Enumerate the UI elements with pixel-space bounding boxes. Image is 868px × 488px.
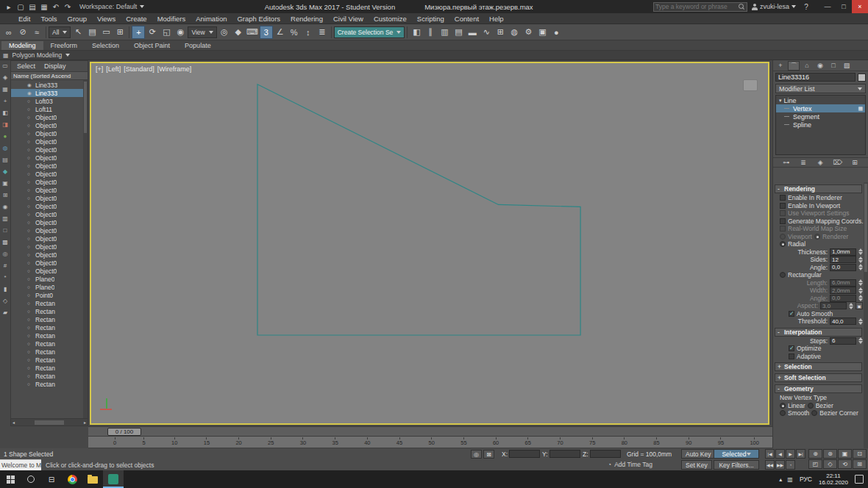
menu-item[interactable]: Animation — [191, 15, 232, 23]
scrollbar-thumb[interactable] — [35, 420, 64, 425]
left-ribbon-icon[interactable]: ◈ — [3, 74, 7, 82]
viewport-menu-standard[interactable]: [Standard] — [124, 65, 154, 73]
scene-object-row[interactable]: ○ Object0 — [11, 170, 88, 178]
menu-item[interactable]: Tools — [35, 15, 62, 23]
enable-in-viewport-checkbox[interactable] — [780, 203, 786, 209]
hierarchy-tab[interactable]: ⌂ — [801, 61, 813, 71]
new-scene-icon[interactable]: ▢ — [15, 1, 26, 12]
angle-snap-icon[interactable]: ∠ — [274, 26, 287, 39]
select-and-scale-icon[interactable]: ◱ — [160, 26, 173, 39]
stack-item-spline[interactable]: Spline — [776, 121, 865, 129]
thickness-field[interactable]: 1,0mm — [830, 248, 856, 256]
scene-object-row[interactable]: ○ Object0 — [11, 194, 88, 202]
3dsmax-taskbar-button[interactable] — [103, 470, 124, 488]
scrollbar-thumb[interactable] — [84, 82, 87, 133]
menu-item[interactable]: Scripting — [412, 15, 449, 23]
spinner-snap-icon[interactable]: ↕ — [302, 26, 315, 39]
action-center-icon[interactable] — [855, 475, 864, 484]
ribbon-tab[interactable]: Modeling — [1, 41, 43, 50]
help-search-input[interactable] — [655, 3, 738, 10]
scene-object-row[interactable]: ○ Loft11 — [11, 105, 88, 113]
toggle-layer-explorer-icon[interactable]: ▤ — [452, 26, 465, 39]
stack-item-vertex[interactable]: Vertex ▦ — [776, 104, 865, 112]
taskbar-search-button[interactable] — [21, 470, 41, 488]
maxscript-mini-listener[interactable]: Welcome to M — [0, 459, 41, 470]
radial-radio[interactable] — [780, 241, 786, 247]
menu-item[interactable]: Modifiers — [152, 15, 191, 23]
rect-selection-region-icon[interactable]: ▭ — [99, 26, 113, 39]
task-view-button[interactable]: ⊟ — [41, 470, 62, 488]
scroll-left-icon[interactable]: ◂ — [13, 420, 15, 425]
scene-object-row[interactable]: ○ Object0 — [11, 113, 88, 121]
redo-icon[interactable]: ↷ — [62, 1, 74, 12]
create-selection-set-combo[interactable]: Create Selection Se — [334, 26, 405, 38]
scene-object-row[interactable]: ○ Rectan — [11, 299, 88, 307]
optimize-checkbox[interactable] — [789, 345, 794, 351]
select-and-rotate-icon[interactable]: ⟳ — [146, 26, 159, 39]
app-menu-icon[interactable]: ▸ — [3, 1, 15, 12]
object-color-swatch[interactable] — [858, 73, 866, 82]
rectangular-radio[interactable] — [780, 272, 786, 278]
sides-field[interactable]: 12 — [830, 256, 856, 263]
left-ribbon-icon[interactable]: ▥ — [2, 215, 8, 223]
use-pivot-center-icon[interactable]: ◎ — [218, 26, 231, 39]
scene-object-row[interactable]: ○ Object0 — [11, 186, 88, 194]
toggle-ribbon-icon[interactable]: ▬ — [466, 26, 479, 39]
left-ribbon-icon[interactable]: ◆ — [3, 168, 7, 176]
key-filters-button[interactable]: Key Filters... — [714, 460, 759, 470]
utilities-tab[interactable]: ▨ — [841, 61, 853, 71]
show-end-result-icon[interactable]: ≣ — [799, 158, 808, 167]
scene-object-row[interactable]: ◉ Line333 — [11, 89, 88, 97]
bind-to-spacewarp-icon[interactable]: ≈ — [30, 26, 43, 39]
ribbon-tab[interactable]: Freeform — [43, 41, 85, 50]
scene-object-row[interactable]: ○ Loft03 — [11, 97, 88, 105]
track-bar[interactable]: 0 / 100 — [88, 426, 772, 437]
left-ribbon-icon[interactable]: ● — [4, 133, 7, 140]
left-ribbon-icon[interactable]: ▮ — [4, 286, 7, 293]
orbit-icon[interactable]: ⟲ — [838, 459, 852, 469]
left-ribbon-icon[interactable]: ◉ — [3, 204, 8, 211]
bezier-radio[interactable] — [808, 403, 814, 409]
scene-object-row[interactable]: ○ Object0 — [11, 154, 88, 162]
window-crossing-icon[interactable]: ⊞ — [113, 26, 127, 39]
explorer-vertical-scrollbar[interactable] — [83, 80, 88, 418]
keyboard-override-icon[interactable]: ⌨ — [246, 26, 259, 39]
left-ribbon-icon[interactable]: ◎ — [3, 251, 8, 258]
render-setup-icon[interactable]: ⚙ — [522, 26, 535, 39]
left-ribbon-icon[interactable]: ◇ — [3, 298, 7, 305]
rendered-frame-icon[interactable]: ▣ — [536, 26, 549, 39]
scene-object-row[interactable]: ○ Rectan — [11, 356, 88, 364]
create-tab[interactable]: + — [775, 61, 786, 71]
snap-toggle-3d-icon[interactable]: 3 — [260, 26, 273, 39]
modifier-list-dropdown[interactable]: Modifier List — [775, 84, 866, 93]
left-ribbon-icon[interactable]: * — [4, 274, 6, 281]
scene-object-row[interactable]: ○ Rectan — [11, 340, 88, 348]
scene-object-row[interactable]: ○ Plane0 — [11, 283, 88, 291]
left-ribbon-icon[interactable]: ◧ — [2, 110, 8, 117]
configure-modifier-sets-icon[interactable]: ⊞ — [850, 158, 859, 167]
menu-item[interactable]: Content — [449, 15, 484, 23]
help-menu-button[interactable]: ? — [800, 1, 812, 12]
threshold-spinner[interactable] — [858, 318, 863, 325]
scene-object-row[interactable]: ○ Object0 — [11, 202, 88, 210]
bezier-corner-radio[interactable] — [811, 410, 817, 416]
percent-snap-icon[interactable]: % — [288, 26, 301, 39]
scene-object-row[interactable]: ○ Object0 — [11, 146, 88, 154]
stack-item-line[interactable]: ▾ Line — [776, 96, 865, 104]
left-ribbon-icon[interactable]: # — [4, 262, 7, 270]
scroll-right-icon[interactable]: ▸ — [84, 420, 86, 425]
thickness-spinner[interactable] — [858, 248, 863, 255]
search-icon[interactable] — [738, 3, 745, 10]
explorer-menu-display[interactable]: Display — [44, 62, 66, 70]
explorer-menu-select[interactable]: Select — [17, 62, 35, 70]
select-object-icon[interactable]: ↖ — [71, 26, 85, 39]
scene-object-row[interactable]: ○ Object0 — [11, 129, 88, 137]
reference-coordinate-dropdown[interactable]: View — [188, 26, 216, 38]
menu-item[interactable]: Create — [121, 15, 152, 23]
set-key-button[interactable]: Set Key — [681, 460, 712, 470]
left-ribbon-icon[interactable]: □ — [4, 227, 7, 234]
toggle-scene-explorer-icon[interactable]: ▥ — [438, 26, 451, 39]
material-editor-icon[interactable]: ◍ — [508, 26, 521, 39]
smooth-radio[interactable] — [780, 410, 786, 416]
coordinate-y-field[interactable] — [549, 450, 580, 458]
